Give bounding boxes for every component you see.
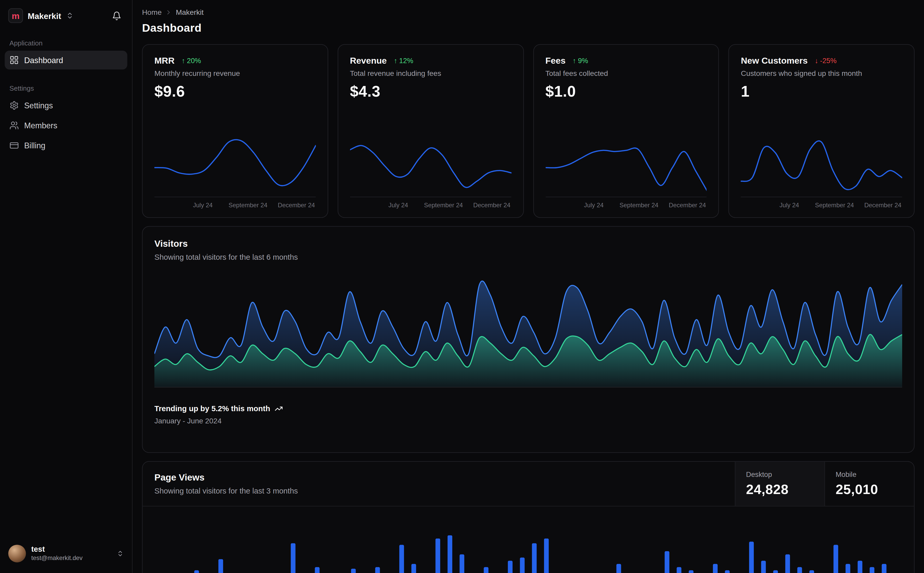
page-views-subtitle: Showing total visitors for the last 3 mo… [154, 487, 723, 495]
stat-delta-badge: ↑ 20% [182, 56, 201, 65]
credit-card-icon [9, 141, 19, 150]
stat-delta-badge: ↑ 9% [573, 56, 588, 65]
stat-card-fees: Fees ↑ 9% Total fees collected $1.0 July… [533, 44, 719, 218]
stat-subtitle: Customers who signed up this month [741, 70, 902, 78]
sidebar-item-billing[interactable]: Billing [5, 136, 127, 155]
page-views-titles: Page Views Showing total visitors for th… [143, 462, 735, 506]
user-meta: test test@makerkit.dev [31, 545, 82, 562]
stat-subtitle: Total revenue including fees [350, 70, 511, 78]
breadcrumb-current: Makerkit [176, 8, 204, 17]
page-views-card: Page Views Showing total visitors for th… [142, 461, 915, 573]
sidebar-item-label: Members [24, 121, 57, 130]
page-views-title: Page Views [154, 472, 723, 483]
sidebar-item-label: Dashboard [24, 56, 63, 64]
chevron-right-icon [165, 9, 172, 16]
trending-up-icon [275, 404, 283, 412]
stat-card-revenue: Revenue ↑ 12% Total revenue including fe… [337, 44, 524, 218]
visitors-period: January - June 2024 [154, 417, 902, 425]
breadcrumb-home-link[interactable]: Home [142, 8, 162, 17]
breadcrumb: Home Makerkit [142, 8, 915, 17]
arrow-up-icon: ↑ [394, 56, 397, 65]
users-icon [9, 121, 19, 130]
mrr-sparkline-chart [154, 132, 316, 197]
section-label-application: Application [5, 39, 127, 47]
stat-delta-value: -25% [820, 56, 837, 65]
stat-cards-row: MRR ↑ 20% Monthly recurring revenue $9.6… [142, 44, 915, 218]
workspace-selector[interactable]: m Makerkit [5, 6, 127, 25]
sidebar-item-members[interactable]: Members [5, 116, 127, 135]
user-menu[interactable]: test test@makerkit.dev [5, 541, 127, 566]
desktop-label: Desktop [746, 470, 814, 479]
stat-title: Revenue [350, 55, 387, 66]
page-title: Dashboard [142, 22, 915, 35]
notifications-bell-icon[interactable] [110, 9, 124, 23]
arrow-down-icon: ↓ [815, 56, 819, 65]
chevrons-up-down-icon [117, 550, 124, 557]
fees-sparkline-chart [545, 132, 707, 197]
stat-delta-value: 9% [578, 56, 588, 65]
stat-card-new-customers: New Customers ↓ -25% Customers who signe… [728, 44, 915, 218]
gear-icon [9, 101, 19, 110]
stat-value: 1 [741, 82, 902, 100]
sidebar: m Makerkit Application Dashboard Setting… [0, 0, 133, 573]
chart-x-axis: July 24 September 24 December 24 [350, 201, 511, 210]
arrow-up-icon: ↑ [573, 56, 576, 65]
sidebar-item-dashboard[interactable]: Dashboard [5, 51, 127, 70]
makerkit-logo: m [8, 8, 23, 23]
stat-title: MRR [154, 55, 174, 66]
stat-delta-badge: ↑ 12% [394, 56, 413, 65]
mobile-value: 25,010 [836, 481, 904, 497]
stat-title: New Customers [741, 55, 808, 66]
visitors-trend-text: Trending up by 5.2% this month [154, 404, 270, 413]
desktop-stat-toggle[interactable]: Desktop 24,828 [735, 462, 824, 506]
revenue-sparkline-chart [350, 132, 511, 197]
stat-value: $9.6 [154, 82, 316, 100]
section-label-settings: Settings [5, 85, 127, 92]
new-customers-sparkline-chart [741, 132, 902, 197]
user-email: test@makerkit.dev [31, 554, 82, 562]
stat-subtitle: Monthly recurring revenue [154, 70, 316, 78]
sidebar-item-label: Settings [24, 101, 53, 110]
visitors-title: Visitors [154, 238, 902, 249]
page-views-header: Page Views Showing total visitors for th… [143, 462, 914, 506]
arrow-up-icon: ↑ [182, 56, 185, 65]
visitors-area-chart [154, 276, 902, 388]
stat-value: $4.3 [350, 82, 511, 100]
stat-delta-value: 20% [187, 56, 201, 65]
chart-x-axis: July 24 September 24 December 24 [741, 201, 902, 210]
stat-delta-badge: ↓ -25% [815, 56, 837, 65]
chevrons-up-down-icon [66, 12, 74, 19]
stat-delta-value: 12% [399, 56, 413, 65]
desktop-value: 24,828 [746, 481, 814, 497]
sidebar-item-label: Billing [24, 141, 45, 150]
visitors-trend: Trending up by 5.2% this month [154, 404, 902, 413]
stat-value: $1.0 [545, 82, 707, 100]
app-root: m Makerkit Application Dashboard Setting… [0, 0, 924, 573]
main-content: Home Makerkit Dashboard MRR ↑ 20% Monthl… [133, 0, 924, 573]
visitors-subtitle: Showing total visitors for the last 6 mo… [154, 253, 902, 261]
stat-subtitle: Total fees collected [545, 70, 707, 78]
dashboard-grid-icon [9, 55, 19, 65]
avatar [8, 545, 26, 562]
stat-card-mrr: MRR ↑ 20% Monthly recurring revenue $9.6… [142, 44, 328, 218]
sidebar-item-settings[interactable]: Settings [5, 96, 127, 115]
stat-title: Fees [545, 55, 566, 66]
chart-x-axis: July 24 September 24 December 24 [545, 201, 707, 210]
mobile-stat-toggle[interactable]: Mobile 25,010 [824, 462, 914, 506]
user-name: test [31, 545, 82, 554]
visitors-card: Visitors Showing total visitors for the … [142, 226, 915, 453]
mobile-label: Mobile [836, 470, 904, 479]
chart-x-axis: July 24 September 24 December 24 [154, 201, 316, 210]
workspace-name: Makerkit [28, 11, 61, 20]
page-views-bar-chart [154, 514, 902, 573]
